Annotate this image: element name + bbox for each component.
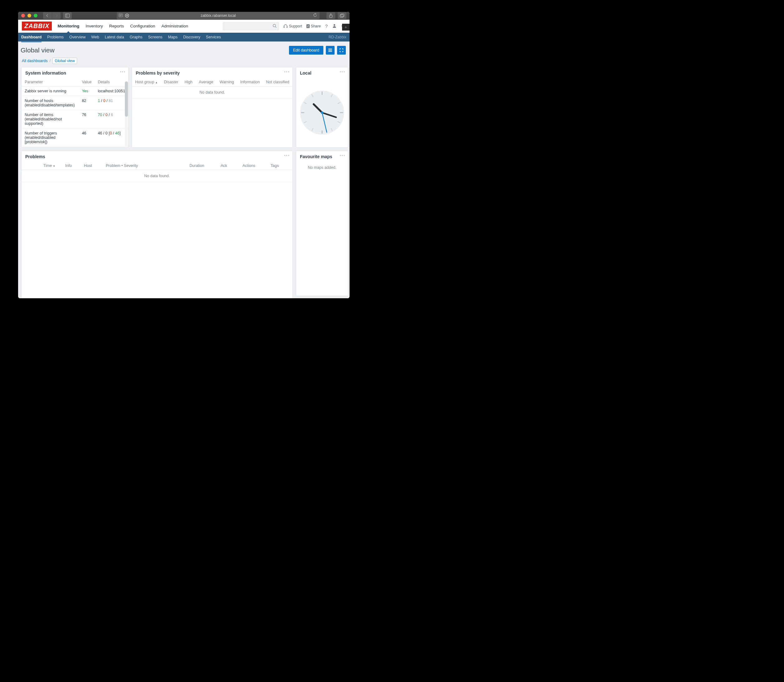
help-button[interactable]: ? [325,23,328,29]
headset-icon [283,24,288,29]
share-link[interactable]: Z Share [307,24,321,29]
subnav-problems[interactable]: Problems [47,33,64,41]
nav-monitoring[interactable]: Monitoring [57,20,79,32]
cell-details: 46 / 0 [0 / 46] [94,129,128,147]
user-profile-button[interactable] [332,23,337,29]
window-controls [21,14,37,18]
col-problem-severity[interactable]: Problem • Severity [103,162,186,170]
nav-configuration[interactable]: Configuration [130,20,155,32]
widget-menu-icon[interactable]: ••• [120,70,126,74]
address-url: zabbix.rabanser.local [201,13,236,18]
browser-chrome: zabbix.rabanser.local [18,12,350,20]
subnav-dashboard[interactable]: Dashboard [21,33,42,42]
col-actions[interactable]: Actions [240,162,267,170]
col-tags[interactable]: Tags [267,162,292,170]
cell-value: 76 [79,110,94,129]
dashboard-menu-button[interactable] [326,46,335,54]
close-window-button[interactable] [21,14,25,18]
svg-rect-11 [341,14,344,17]
tabs-button[interactable] [338,12,346,19]
col-duration[interactable]: Duration [186,162,217,170]
sysinfo-table: Parameter Value Details Zabbix server is… [22,78,128,148]
widget-problems: ••• Problems Time Info Host Problem • Se… [21,151,293,298]
nav-administration[interactable]: Administration [161,20,188,32]
share-button[interactable] [326,12,335,19]
col-host[interactable]: Host [81,162,103,170]
col-ack[interactable]: Ack [217,162,240,170]
cell-value: 82 [79,96,94,110]
col-time[interactable]: Time [40,162,62,170]
subnav-discovery[interactable]: Discovery [183,33,200,41]
widget-favourite-maps: ••• Favourite maps No maps added. [296,151,348,296]
nav-reports[interactable]: Reports [109,20,124,32]
cell-parameter: Zabbix server is running [22,86,79,96]
page-title-row: Global view Edit dashboard [18,41,350,58]
analog-clock [296,78,348,147]
breadcrumb-current[interactable]: Global view [53,58,77,64]
svg-rect-0 [65,14,70,18]
widget-title: Problems by severity [132,67,292,78]
col-high[interactable]: High [181,78,196,86]
header-tools: Support Z Share ? [223,22,346,30]
zabbix-logo[interactable]: ZABBIX [22,22,52,30]
cell-value: 2 [79,147,94,148]
breadcrumb-root[interactable]: All dashboards [22,59,48,63]
edit-dashboard-button[interactable]: Edit dashboard [289,46,323,54]
widget-menu-icon[interactable]: ••• [340,70,345,74]
widget-menu-icon[interactable]: ••• [284,70,290,74]
table-row: Number of triggers (enabled/disabled [pr… [22,129,128,147]
col-host-group[interactable]: Host group [132,78,161,86]
svg-line-13 [275,27,276,27]
nav-inventory[interactable]: Inventory [86,20,103,32]
subnav-graphs[interactable]: Graphs [130,33,143,41]
subnav-latest-data[interactable]: Latest data [105,33,124,41]
col-disaster[interactable]: Disaster [161,78,181,86]
search-icon [273,24,277,29]
widget-menu-icon[interactable]: ••• [340,153,345,158]
history-nav [43,12,61,19]
address-bar[interactable]: zabbix.rabanser.local [117,12,319,19]
severity-table: Host group Disaster High Average Warning… [132,78,292,99]
svg-point-35 [321,112,323,114]
forward-button[interactable] [52,12,61,19]
widget-menu-icon[interactable]: ••• [284,153,290,158]
table-row: Zabbix server is runningYeslocalhost:100… [22,86,128,96]
col-parameter[interactable]: Parameter [22,78,79,86]
reload-button[interactable] [313,13,317,18]
col-info[interactable]: Info [62,162,81,170]
reader-icon[interactable] [118,13,123,17]
subnav-maps[interactable]: Maps [168,33,177,41]
no-data-label: No data found. [132,86,292,99]
col-warning[interactable]: Warning [217,78,237,86]
back-button[interactable] [43,12,52,19]
col-average[interactable]: Average [196,78,216,86]
subnav-web[interactable]: Web [91,33,99,41]
site-settings-icons [118,13,129,18]
server-name-label: RD-Zabbix [329,35,346,39]
subnav-screens[interactable]: Screens [148,33,163,41]
svg-rect-10 [340,15,343,18]
widget-local-clock: ••• Local [296,67,348,148]
empty-label: No maps added. [296,162,348,174]
privacy-report-icon[interactable] [125,13,129,18]
subnav-services[interactable]: Services [206,33,221,41]
new-tab-button[interactable]: + [342,24,350,30]
sidebar-toggle-button[interactable] [63,12,72,19]
widget-title: Problems [22,151,292,162]
widget-problems-by-severity: ••• Problems by severity Host group Disa… [132,67,293,148]
cell-details: 1 [94,147,128,148]
col-not-classified[interactable]: Not classified [263,78,292,86]
scrollbar[interactable] [125,81,128,147]
fullscreen-button[interactable] [337,46,346,54]
col-details[interactable]: Details [94,78,128,86]
subnav-overview[interactable]: Overview [69,33,86,41]
col-value[interactable]: Value [79,78,94,86]
search-input[interactable] [223,22,279,30]
cell-value: Yes [79,86,94,96]
zoom-window-button[interactable] [34,14,37,18]
support-link[interactable]: Support [283,24,302,29]
minimize-window-button[interactable] [27,14,31,18]
cell-value: 46 [79,129,94,147]
col-information[interactable]: Information [237,78,263,86]
cell-parameter: Number of triggers (enabled/disabled [pr… [22,129,79,147]
